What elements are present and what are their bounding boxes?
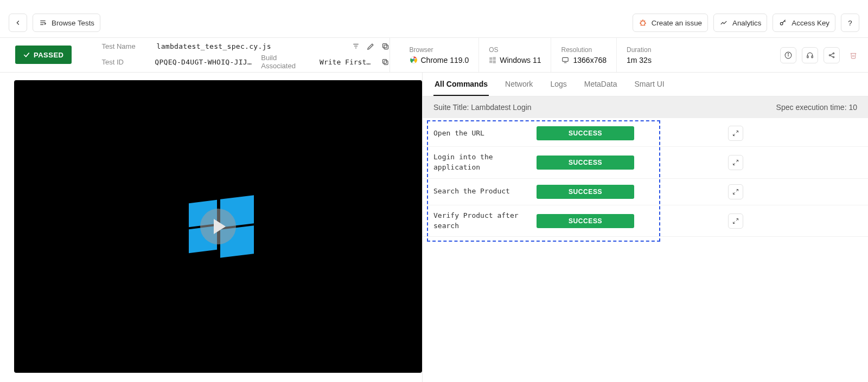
headset-button[interactable] — [802, 47, 818, 63]
command-name: Search the Product — [433, 186, 526, 197]
header-clipped — [0, 0, 868, 8]
filter-icon[interactable] — [352, 42, 360, 50]
trash-icon — [850, 51, 857, 59]
create-issue-button[interactable]: Create an issue — [633, 14, 708, 32]
suite-bar: Suite Title: Lambdatest Login Spec execu… — [423, 96, 868, 118]
expand-icon — [732, 159, 739, 166]
expand-button[interactable] — [728, 213, 743, 229]
svg-rect-32 — [807, 56, 808, 58]
os-label: OS — [489, 46, 541, 54]
test-name-value: lambdatest_test_spec.cy.js — [157, 42, 276, 50]
svg-rect-27 — [563, 57, 569, 61]
tab-metadata[interactable]: MetaData — [583, 73, 618, 96]
svg-rect-23 — [489, 57, 492, 60]
command-status: SUCCESS — [537, 185, 634, 199]
status-badge: PASSED — [15, 46, 72, 64]
expand-button[interactable] — [728, 126, 743, 141]
right-action-icons — [780, 38, 868, 72]
svg-point-35 — [833, 53, 834, 54]
headset-icon — [806, 51, 814, 59]
create-issue-label: Create an issue — [652, 19, 702, 27]
svg-line-40 — [733, 134, 736, 136]
duration-value: 1m 32s — [627, 56, 652, 64]
video-player[interactable] — [14, 80, 422, 373]
access-key-button[interactable]: Access Key — [773, 14, 835, 32]
tab-all-commands[interactable]: All Commands — [433, 73, 489, 96]
browser-label: Browser — [410, 46, 469, 54]
tabs: All Commands Network Logs MetaData Smart… — [423, 73, 868, 96]
svg-line-43 — [736, 189, 738, 191]
command-status: SUCCESS — [537, 156, 634, 170]
windows-icon — [489, 56, 496, 64]
svg-line-46 — [733, 222, 736, 224]
command-row[interactable]: Search the Product SUCCESS — [423, 179, 868, 205]
key-icon — [778, 19, 787, 27]
svg-point-11 — [781, 22, 783, 25]
expand-icon — [732, 189, 739, 195]
help-button[interactable]: ? — [841, 14, 859, 32]
share-icon — [828, 51, 835, 59]
delete-button[interactable] — [845, 47, 861, 63]
svg-line-10 — [644, 25, 644, 25]
edit-icon[interactable] — [367, 42, 375, 50]
command-row[interactable]: Verify Product after search SUCCESS — [423, 205, 868, 237]
svg-line-41 — [736, 160, 738, 162]
svg-rect-20 — [382, 59, 386, 63]
test-id-label: Test ID — [102, 58, 146, 66]
svg-rect-19 — [384, 61, 388, 64]
svg-point-36 — [833, 56, 834, 57]
check-icon — [23, 51, 30, 59]
toolbar: Browse Tests Create an issue Analytics A… — [0, 8, 868, 38]
svg-point-34 — [829, 54, 830, 55]
analytics-label: Analytics — [732, 19, 761, 27]
build-associated-value: Write First … — [320, 58, 373, 66]
play-icon — [214, 219, 226, 234]
svg-rect-18 — [382, 44, 387, 48]
info-bar: PASSED Test Name lambdatest_test_spec.cy… — [0, 38, 868, 73]
bug-icon — [639, 18, 647, 27]
svg-line-38 — [831, 55, 833, 56]
back-button[interactable] — [9, 14, 27, 32]
info-icon — [784, 51, 792, 59]
browse-tests-button[interactable]: Browse Tests — [33, 14, 100, 32]
svg-line-7 — [641, 21, 641, 21]
expand-icon — [732, 130, 739, 137]
play-button[interactable] — [200, 209, 236, 244]
expand-button[interactable] — [728, 184, 743, 199]
monitor-icon — [561, 56, 570, 64]
tab-network[interactable]: Network — [504, 73, 534, 96]
tab-smart-ui[interactable]: Smart UI — [633, 73, 665, 96]
main: All Commands Network Logs MetaData Smart… — [0, 73, 868, 382]
test-id-value: QPQEQ-D4UGT-WHOIQ-JIJL2 — [155, 58, 252, 66]
browser-value: Chrome 119.0 — [421, 56, 469, 64]
svg-line-45 — [736, 218, 738, 221]
duration-label: Duration — [627, 46, 652, 54]
list-icon — [39, 19, 47, 27]
env-block: Browser Chrome 119.0 OS Windows 11 Resol… — [390, 38, 671, 72]
svg-line-44 — [733, 192, 736, 195]
analytics-button[interactable]: Analytics — [713, 14, 767, 32]
video-pane — [0, 73, 422, 382]
command-row[interactable]: Login into the application SUCCESS — [423, 147, 868, 179]
svg-point-31 — [788, 53, 788, 54]
test-name-label: Test Name — [102, 42, 148, 50]
svg-rect-25 — [489, 60, 492, 63]
command-name: Login into the application — [433, 152, 526, 173]
resolution-value: 1366x768 — [573, 56, 607, 64]
svg-line-9 — [641, 25, 641, 25]
spec-exec-time: Spec execution time: 10 — [776, 103, 857, 112]
access-key-label: Access Key — [792, 19, 829, 27]
analytics-icon — [719, 19, 728, 27]
expand-button[interactable] — [728, 155, 743, 170]
tab-logs[interactable]: Logs — [549, 73, 567, 96]
expand-icon — [732, 218, 739, 224]
copy-icon[interactable] — [381, 42, 390, 50]
svg-rect-33 — [812, 56, 813, 58]
svg-line-13 — [784, 21, 786, 22]
command-row[interactable]: Open the URL SUCCESS — [423, 120, 868, 147]
share-button[interactable] — [824, 47, 840, 63]
command-status: SUCCESS — [537, 126, 634, 140]
svg-rect-17 — [384, 45, 388, 49]
copy-build-icon[interactable] — [381, 58, 389, 66]
info-button[interactable] — [780, 47, 796, 63]
